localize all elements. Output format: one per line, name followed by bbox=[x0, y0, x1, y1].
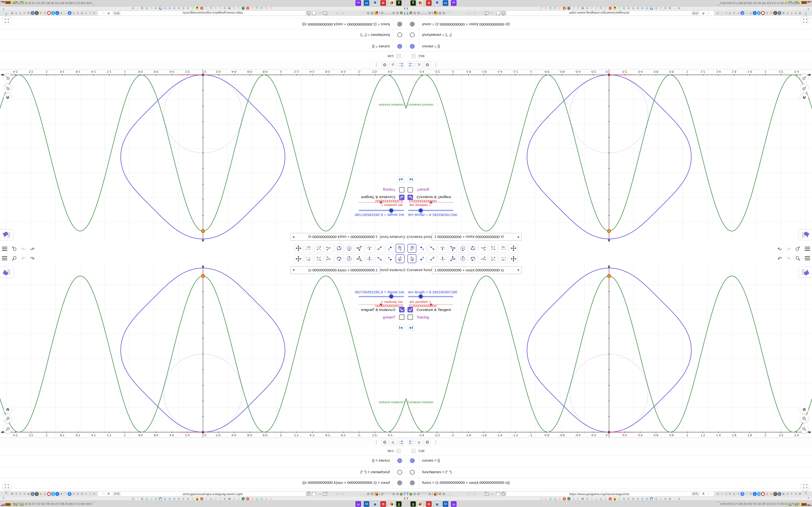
undo-button[interactable]: ↶ bbox=[30, 256, 34, 262]
favicon-icon[interactable]: G bbox=[191, 497, 194, 501]
back-arrow-icon[interactable]: ← bbox=[491, 12, 494, 16]
taskbar-app-firefox[interactable] bbox=[418, 501, 423, 507]
favicon-icon[interactable]: ○ bbox=[446, 492, 449, 496]
tool-move-button[interactable] bbox=[396, 244, 405, 253]
menu-button[interactable] bbox=[2, 245, 7, 252]
favicon-icon[interactable]: W bbox=[227, 7, 231, 10]
tool-point-button[interactable]: A bbox=[386, 244, 394, 253]
favicon-icon[interactable]: G bbox=[191, 7, 194, 10]
favicon-icon[interactable]: ⊕ bbox=[785, 11, 790, 15]
tool-slider-button[interactable]: a = 2 bbox=[304, 244, 313, 253]
algebra-row-funcs[interactable]: funcs = {1.000000000000 + cos(4.00000000… bbox=[406, 18, 812, 29]
url-bar[interactable]: https://www.geogebra.org/classic/aagcxh3… bbox=[506, 11, 714, 15]
favicon-icon[interactable]: Y bbox=[403, 492, 406, 496]
home-view-button[interactable] bbox=[800, 405, 808, 413]
favicon-icon[interactable]: ◎ bbox=[599, 7, 603, 10]
favicon-icon[interactable]: ○ bbox=[450, 492, 453, 496]
taskbar-app-display[interactable]: ▣ bbox=[434, 501, 440, 507]
algebra-row-curves[interactable]: curves = {} bbox=[0, 41, 406, 51]
taskbar-app-cat[interactable]: ω bbox=[355, 501, 361, 507]
taskbar-app-settings[interactable]: ⚙ bbox=[426, 0, 432, 6]
favicon-icon[interactable]: ✽ bbox=[586, 7, 589, 10]
favicon-icon[interactable]: ☆ bbox=[88, 11, 92, 15]
url-bar[interactable]: https://www.geogebra.org/classic/aagcxh3… bbox=[98, 11, 306, 15]
favicon-icon[interactable]: ✽ bbox=[168, 497, 171, 501]
favicon-icon[interactable]: f bbox=[673, 497, 676, 501]
favicon-icon[interactable]: ◎ bbox=[553, 497, 557, 501]
taskbar-app-save[interactable]: 64 bbox=[364, 0, 369, 6]
tool-reflect-button[interactable] bbox=[314, 244, 323, 253]
algebra-fx-style-button[interactable]: fx bbox=[389, 61, 396, 68]
taskbar-app-cat[interactable]: ω bbox=[355, 0, 361, 6]
collapsed-panel-tab[interactable] bbox=[0, 229, 13, 240]
favicon-icon[interactable] bbox=[374, 492, 378, 496]
taskbar-app-terminal[interactable]: ▮ bbox=[410, 501, 416, 507]
favicon-icon[interactable]: ↓ bbox=[76, 11, 80, 15]
favicon-icon[interactable]: ✽ bbox=[182, 497, 185, 501]
favicon-icon[interactable]: R bbox=[563, 497, 566, 501]
favicon-icon[interactable]: ☆ bbox=[88, 492, 92, 496]
favicon-icon[interactable]: ⊕ bbox=[442, 11, 445, 15]
favicon-icon[interactable]: ↓ bbox=[732, 492, 736, 496]
visibility-marble[interactable] bbox=[397, 22, 402, 26]
fullscreen-button[interactable] bbox=[2, 16, 11, 25]
favicon-icon[interactable]: + bbox=[55, 492, 59, 496]
favicon-icon[interactable]: ● bbox=[400, 492, 403, 496]
favicon-icon[interactable]: ◠ bbox=[424, 11, 428, 15]
favicon-icon[interactable]: ✽ bbox=[631, 497, 635, 501]
favicon-icon[interactable]: R bbox=[246, 7, 249, 10]
favicon-icon[interactable]: ○ bbox=[450, 11, 453, 15]
undo-button[interactable]: ↶ bbox=[777, 256, 782, 262]
search-button[interactable] bbox=[795, 256, 800, 262]
search-button[interactable] bbox=[12, 245, 17, 251]
tool-line-button[interactable] bbox=[375, 254, 384, 263]
taskbar-app-save[interactable]: 64 bbox=[443, 501, 448, 507]
favicon-icon[interactable]: ✽ bbox=[186, 497, 190, 501]
favicon-icon[interactable]: + bbox=[55, 11, 59, 15]
favicon-icon[interactable]: Y bbox=[403, 11, 406, 15]
favicon-icon[interactable]: W bbox=[581, 497, 585, 501]
favicon-icon[interactable]: ● bbox=[159, 497, 162, 501]
menu-button[interactable] bbox=[2, 255, 7, 262]
favicon-icon[interactable]: A bbox=[68, 11, 71, 15]
favicon-icon[interactable]: ✽ bbox=[641, 7, 644, 10]
favicon-icon[interactable]: R bbox=[563, 7, 566, 10]
favicon-icon[interactable]: ● bbox=[650, 7, 653, 10]
tool-slider-button[interactable]: a = 2 bbox=[304, 254, 313, 263]
url-bar[interactable]: https://www.geogebra.org/classic/aagcxh3… bbox=[506, 492, 714, 496]
favicon-icon[interactable]: R bbox=[609, 497, 612, 501]
favicon-icon[interactable]: v bbox=[567, 7, 570, 10]
home-view-button[interactable] bbox=[4, 405, 12, 413]
favicon-icon[interactable]: ✎ bbox=[737, 492, 740, 496]
taskbar-app-settings[interactable]: ⚙ bbox=[380, 501, 386, 507]
back-arrow-icon[interactable]: ← bbox=[318, 12, 321, 16]
curvature-tangent-checkbox[interactable] bbox=[399, 194, 405, 200]
favicon-icon[interactable]: ⊕ bbox=[392, 11, 395, 15]
taskbar-app-terminal[interactable]: ▮ bbox=[396, 501, 402, 507]
algebra-more-menu-button[interactable]: ⋮ bbox=[374, 62, 378, 67]
arc-position-slider-knob[interactable] bbox=[429, 303, 433, 306]
favicon-icon[interactable]: ● bbox=[409, 11, 412, 15]
favicon-icon[interactable]: ⚙ bbox=[798, 11, 802, 15]
favicon-icon[interactable]: W bbox=[581, 7, 585, 10]
folder-icon[interactable] bbox=[323, 493, 327, 496]
taskbar-app-firefox[interactable] bbox=[418, 0, 423, 6]
favicon-icon[interactable]: ○ bbox=[363, 492, 366, 496]
favicon-icon[interactable]: ✽ bbox=[131, 7, 135, 10]
favicon-icon[interactable]: ⚙ bbox=[438, 492, 442, 496]
favicon-icon[interactable]: i bbox=[205, 7, 208, 10]
visibility-marble[interactable] bbox=[397, 470, 402, 475]
favicon-icon[interactable]: ◉ bbox=[781, 492, 785, 496]
start-point[interactable] bbox=[608, 431, 610, 433]
tool-perpendicular-line-button[interactable] bbox=[365, 244, 374, 253]
arc-point[interactable] bbox=[607, 229, 611, 233]
favicon-icon[interactable]: ◠ bbox=[424, 492, 428, 496]
tool-conic-button[interactable] bbox=[335, 244, 344, 253]
favicon-icon[interactable]: ✽ bbox=[586, 497, 589, 501]
favicon-icon[interactable]: ⊕ bbox=[428, 11, 432, 15]
favicon-icon[interactable]: ■ bbox=[47, 11, 51, 15]
tool-move-button[interactable] bbox=[396, 254, 405, 263]
favicon-icon[interactable]: v bbox=[242, 497, 245, 501]
favicon-icon[interactable]: ✦ bbox=[14, 11, 18, 15]
tracing-checkbox[interactable] bbox=[399, 314, 405, 320]
